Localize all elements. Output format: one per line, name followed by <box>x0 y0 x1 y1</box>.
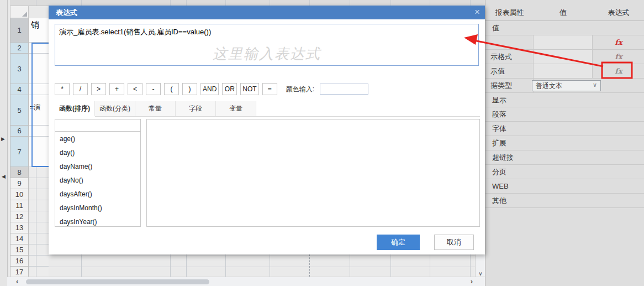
panel-row-value[interactable] <box>534 35 593 49</box>
function-item[interactable]: dayName() <box>55 160 140 174</box>
operator-button-not[interactable]: NOT <box>240 83 258 95</box>
operator-button-or[interactable]: OR <box>222 83 237 95</box>
function-filter-input[interactable] <box>55 119 140 132</box>
row-header-14[interactable]: 14 <box>10 233 29 245</box>
cancel-button[interactable]: 取消 <box>434 235 474 250</box>
panel-row-示值[interactable]: 示值fx <box>485 64 644 79</box>
function-item[interactable]: daysAfter() <box>55 188 140 201</box>
panel-group-其他[interactable]: 其他 <box>485 194 644 208</box>
tab-函数(分类)[interactable]: 函数(分类) <box>95 101 135 116</box>
dropdown-value: 普通文本 <box>536 81 562 91</box>
pane-marker-left-icon[interactable]: ◀ <box>2 174 6 179</box>
pane-marker-right-icon[interactable]: ▶ <box>1 137 5 142</box>
close-icon[interactable]: × <box>474 7 480 18</box>
expression-input[interactable]: 演示_雇员表.select1(销售人员,雇员ID==value()) 这里输入表… <box>55 24 479 66</box>
operator-button--[interactable]: - <box>146 83 161 95</box>
panel-group-字体[interactable]: 字体 <box>485 122 644 136</box>
page-break-line <box>309 254 310 277</box>
grid-cell-sliver <box>29 167 49 178</box>
panel-group-label: 字体 <box>492 122 506 136</box>
row-header-13[interactable]: 13 <box>10 222 29 233</box>
function-item[interactable]: daysInMonth() <box>55 201 140 215</box>
panel-row-据类型[interactable]: 据类型普通文本∨ <box>485 79 644 93</box>
function-item[interactable]: age() <box>55 132 140 146</box>
operator-button-row: */>+<-()ANDORNOT= 颜色输入: <box>55 83 479 95</box>
panel-row-value[interactable] <box>534 50 593 64</box>
data-type-dropdown[interactable]: 普通文本∨ <box>532 80 601 91</box>
function-item[interactable]: daysInYear() <box>55 215 140 227</box>
ok-button[interactable]: 确定 <box>377 235 420 250</box>
panel-row-fx[interactable]: fx <box>485 35 644 50</box>
function-item[interactable]: day() <box>55 146 140 160</box>
vertical-scrollbar[interactable]: ∨ <box>475 254 485 277</box>
operator-button-*[interactable]: * <box>55 83 70 95</box>
tab-函数(排序)[interactable]: 函数(排序) <box>55 101 95 117</box>
row-header-8[interactable]: 8 <box>10 167 29 178</box>
row-header-1[interactable]: 1 <box>10 18 29 43</box>
row-header-11[interactable]: 11 <box>10 200 29 211</box>
panel-header-value: 值 <box>534 4 593 21</box>
horizontal-scrollbar[interactable]: ‹ › <box>7 277 485 286</box>
operator-button->[interactable]: > <box>91 83 106 95</box>
grid-cell-sliver <box>29 256 49 267</box>
row-header-10[interactable]: 10 <box>10 189 29 200</box>
selection-border-bottom <box>31 166 49 167</box>
row-header-2[interactable]: 2 <box>10 43 29 54</box>
fx-button-icon[interactable]: fx <box>593 50 644 64</box>
tab-字段[interactable]: 字段 <box>176 101 216 116</box>
panel-group-段落[interactable]: 段落 <box>485 107 644 122</box>
operator-button-)[interactable]: ) <box>182 83 197 95</box>
scroll-down-icon[interactable]: ∨ <box>478 271 482 277</box>
operator-button-([interactable]: ( <box>164 83 179 95</box>
column-grid-line <box>470 0 471 6</box>
dialog-titlebar[interactable]: 表达式 × <box>49 6 485 19</box>
fx-button-icon[interactable]: fx <box>593 64 644 78</box>
panel-group-分页[interactable]: 分页 <box>485 165 644 179</box>
panel-group-值[interactable]: 值 <box>485 21 644 35</box>
color-input[interactable] <box>320 84 368 95</box>
tab-常量[interactable]: 常量 <box>135 101 176 116</box>
panel-row-value[interactable] <box>534 64 593 78</box>
panel-group-WEB[interactable]: WEB <box>485 179 644 194</box>
column-grid-line <box>225 254 226 277</box>
left-edge-strip: ▶ ◀ <box>0 0 8 286</box>
scroll-left-icon[interactable]: ‹ <box>16 277 18 285</box>
panel-row-示格式[interactable]: 示格式fx <box>485 50 644 64</box>
operator-button-+[interactable]: + <box>109 83 124 95</box>
column-grid-line <box>170 0 171 6</box>
row-header-17[interactable]: 17 <box>10 267 29 278</box>
row-header-16[interactable]: 16 <box>10 256 29 267</box>
tab-变量[interactable]: 变量 <box>216 101 256 116</box>
operator-button-<[interactable]: < <box>128 83 142 95</box>
operator-button-/[interactable]: / <box>73 83 88 95</box>
row-header-15[interactable]: 15 <box>10 245 29 256</box>
row-header-6[interactable]: 6 <box>10 126 29 137</box>
panel-group-label: 分页 <box>492 165 506 179</box>
operator-button-and[interactable]: AND <box>200 83 219 95</box>
row-header-3[interactable]: 3 <box>10 54 29 84</box>
dialog-tab-bar: 函数(排序)函数(分类)常量字段变量 <box>55 101 480 117</box>
function-item[interactable]: dayNo() <box>55 174 140 188</box>
row-header-9[interactable]: 9 <box>10 178 29 189</box>
select-all-corner[interactable] <box>10 6 29 18</box>
scroll-right-icon[interactable]: › <box>471 277 473 285</box>
row-header-7[interactable]: 7 <box>10 137 29 167</box>
grid-cell-sliver <box>29 189 49 200</box>
column-grid-line <box>36 167 36 286</box>
panel-header-property: 报表属性 <box>485 4 534 21</box>
grid-cell-sliver <box>29 233 49 245</box>
scrollbar-thumb[interactable] <box>26 279 209 284</box>
fx-button-icon[interactable]: fx <box>593 35 644 49</box>
row-header-4[interactable]: 4 <box>10 84 29 95</box>
column-grid-line <box>350 254 350 277</box>
column-grid-line <box>470 254 471 277</box>
column-grid-line <box>390 254 391 277</box>
panel-group-扩展[interactable]: 扩展 <box>485 136 644 150</box>
grid-cell-sliver <box>29 267 49 278</box>
chevron-down-icon: ∨ <box>593 81 597 89</box>
operator-button-=[interactable]: = <box>262 83 277 95</box>
row-header-5[interactable]: 5 <box>10 95 29 126</box>
row-header-12[interactable]: 12 <box>10 211 29 222</box>
panel-group-显示[interactable]: 显示 <box>485 93 644 107</box>
panel-group-超链接[interactable]: 超链接 <box>485 150 644 165</box>
